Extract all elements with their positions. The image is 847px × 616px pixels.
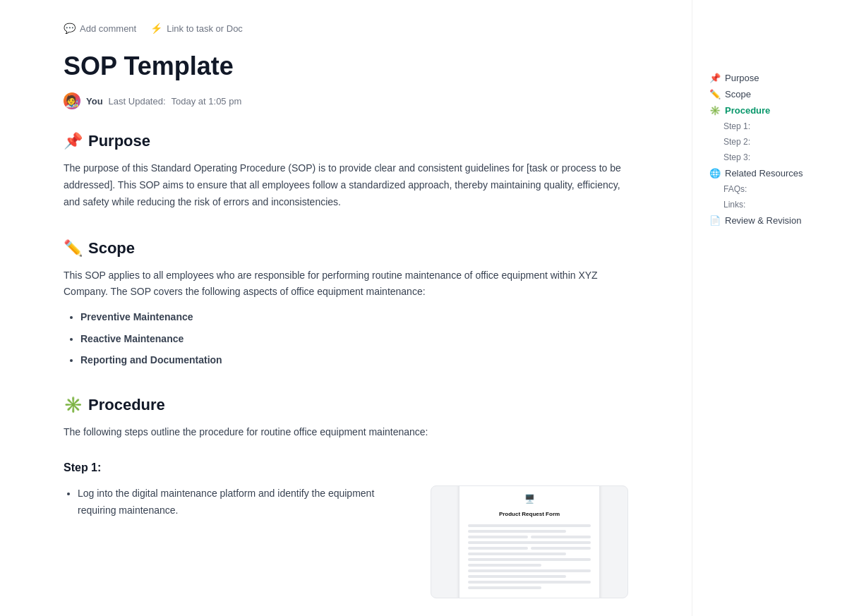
form-cell (531, 547, 591, 550)
form-row (468, 547, 591, 550)
sidebar-item-label: Procedure (725, 105, 770, 116)
scope-body: This SOP applies to all employees who ar… (64, 267, 628, 368)
step1-content: Log into the digital maintenance platfor… (64, 485, 628, 598)
form-line (468, 552, 566, 555)
sidebar-item-scope[interactable]: ✏️ Scope (704, 87, 836, 102)
main-content: 💬 Add comment ⚡ Link to task or Doc SOP … (21, 0, 671, 616)
scope-sidebar-icon: ✏️ (709, 89, 721, 99)
avatar: 🧑‍🎨 (64, 92, 80, 109)
sidebar: 📌 Purpose ✏️ Scope ✳️ Procedure Step 1: … (692, 0, 847, 616)
form-preview: 🖥️ Product Request Form (459, 485, 600, 598)
sidebar-item-related-resources[interactable]: 🌐 Related Resources (704, 166, 836, 181)
sidebar-item-label: Step 3: (723, 152, 750, 162)
purpose-section: 📌 Purpose The purpose of this Standard O… (64, 132, 628, 210)
sidebar-item-step3[interactable]: Step 3: (704, 150, 836, 164)
procedure-emoji: ✳️ (64, 396, 83, 414)
sidebar-item-faqs[interactable]: FAQs: (704, 182, 836, 196)
sidebar-item-label: Review & Revision (725, 215, 801, 226)
form-line (468, 558, 591, 561)
review-revision-sidebar-icon: 📄 (709, 215, 721, 226)
last-updated-label: Last Updated: (109, 96, 166, 107)
procedure-section: ✳️ Procedure The following steps outline… (64, 396, 628, 598)
form-line (468, 541, 591, 544)
procedure-sidebar-icon: ✳️ (709, 105, 721, 116)
form-cell (531, 536, 591, 538)
form-line (468, 564, 541, 567)
related-resources-sidebar-icon: 🌐 (709, 168, 721, 179)
form-cell (468, 547, 528, 550)
step1-heading: Step 1: (64, 458, 628, 477)
sidebar-item-links[interactable]: Links: (704, 198, 836, 212)
list-item: Reactive Maintenance (80, 331, 628, 346)
comment-icon: 💬 (64, 23, 76, 34)
link-icon: ⚡ (150, 23, 162, 34)
step1-image: 🖥️ Product Request Form (431, 485, 628, 598)
scope-section: ✏️ Scope This SOP applies to all employe… (64, 239, 628, 368)
link-to-task-button[interactable]: ⚡ Link to task or Doc (150, 23, 243, 34)
form-cell (468, 536, 528, 538)
scope-emoji: ✏️ (64, 239, 83, 258)
form-line (468, 581, 591, 584)
author-name: You (86, 96, 103, 107)
sidebar-item-label: FAQs: (723, 184, 747, 194)
page-layout: 💬 Add comment ⚡ Link to task or Doc SOP … (0, 0, 847, 616)
purpose-sidebar-icon: 📌 (709, 73, 721, 83)
sidebar-item-review-revision[interactable]: 📄 Review & Revision (704, 213, 836, 228)
doc-meta: 🧑‍🎨 You Last Updated: Today at 1:05 pm (64, 92, 628, 109)
step1-text: Log into the digital maintenance platfor… (64, 485, 414, 522)
sidebar-item-step2[interactable]: Step 2: (704, 135, 836, 149)
form-preview-icon: 🖥️ (468, 492, 591, 506)
sidebar-item-label: Links: (723, 200, 745, 210)
sidebar-item-label: Step 2: (723, 137, 750, 147)
form-line (468, 586, 541, 589)
procedure-body: The following steps outline the procedur… (64, 424, 628, 598)
sidebar-item-purpose[interactable]: 📌 Purpose (704, 71, 836, 85)
doc-title: SOP Template (64, 51, 628, 81)
form-line (468, 524, 591, 527)
sidebar-item-step1[interactable]: Step 1: (704, 119, 836, 133)
list-item: Reporting and Documentation (80, 352, 628, 368)
form-line (468, 575, 566, 578)
add-comment-button[interactable]: 💬 Add comment (64, 23, 136, 34)
procedure-heading: ✳️ Procedure (64, 396, 628, 414)
form-row (468, 536, 591, 538)
purpose-emoji: 📌 (64, 132, 83, 150)
sidebar-item-label: Step 1: (723, 121, 750, 131)
toolbar: 💬 Add comment ⚡ Link to task or Doc (64, 23, 628, 34)
purpose-heading: 📌 Purpose (64, 132, 628, 150)
sidebar-item-label: Scope (725, 89, 751, 99)
list-item: Log into the digital maintenance platfor… (78, 485, 414, 519)
list-item: Preventive Maintenance (80, 309, 628, 325)
scope-bullet-list: Preventive Maintenance Reactive Maintena… (80, 309, 628, 368)
scope-heading: ✏️ Scope (64, 239, 628, 258)
last-updated-value: Today at 1:05 pm (172, 96, 242, 107)
sidebar-item-label: Purpose (725, 73, 759, 83)
form-line (468, 569, 591, 572)
sidebar-item-procedure[interactable]: ✳️ Procedure (704, 103, 836, 118)
sidebar-item-label: Related Resources (725, 168, 803, 179)
form-line (468, 530, 566, 533)
form-preview-title: Product Request Form (468, 509, 591, 519)
purpose-body: The purpose of this Standard Operating P… (64, 160, 628, 210)
